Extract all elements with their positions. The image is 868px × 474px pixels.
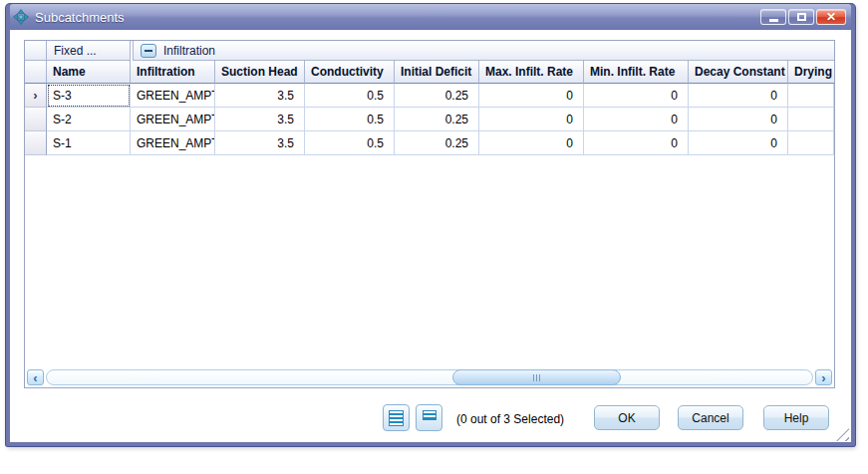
cell-conductivity[interactable]: 0.5	[305, 108, 395, 131]
title-bar[interactable]: Subcatchments ✕	[10, 4, 851, 30]
table-row: › S-3 GREEN_AMPT 3.5 0.5 0.25 0 0 0	[25, 84, 834, 108]
cell-min-infilt-rate[interactable]: 0	[584, 131, 689, 155]
cell-name[interactable]: S-3	[47, 84, 131, 108]
cell-drying-time[interactable]	[788, 108, 834, 131]
group-header-infiltration[interactable]: Infiltration	[133, 41, 834, 61]
group-header-spacer	[25, 41, 47, 61]
cell-suction-head[interactable]: 3.5	[215, 84, 305, 108]
cell-max-infilt-rate[interactable]: 0	[479, 84, 584, 108]
select-all-rows-icon	[389, 410, 404, 426]
cell-conductivity[interactable]: 0.5	[305, 131, 395, 155]
cell-infiltration[interactable]: GREEN_AMPT	[131, 131, 215, 155]
chevron-right-icon: ›	[821, 371, 825, 384]
cell-initial-deficit[interactable]: 0.25	[395, 108, 479, 131]
thumb-grip-icon	[539, 374, 540, 381]
thumb-grip-icon	[536, 374, 537, 381]
row-selector-header[interactable]	[25, 61, 47, 84]
subcatchments-table: Fixed ... Infiltration Name Infiltration…	[24, 40, 835, 388]
window-title: Subcatchments	[35, 10, 125, 25]
cell-decay-constant[interactable]: 0	[689, 131, 788, 155]
window-controls: ✕	[760, 9, 848, 25]
horizontal-scrollbar: ‹ ›	[25, 367, 834, 387]
cell-suction-head[interactable]: 3.5	[215, 131, 305, 155]
cell-drying-time[interactable]	[788, 131, 834, 155]
row-indicator-cell[interactable]	[25, 108, 47, 131]
close-icon: ✕	[826, 11, 836, 23]
column-header-initial-deficit[interactable]: Initial Deficit	[395, 61, 479, 84]
maximize-icon	[797, 13, 806, 21]
subcatchments-dialog: Subcatchments ✕ Fixed ... Infiltration N…	[6, 4, 855, 446]
minimize-button[interactable]	[760, 9, 786, 25]
row-indicator-cell[interactable]: ›	[25, 84, 47, 108]
help-button[interactable]: Help	[763, 405, 829, 430]
group-header-row: Fixed ... Infiltration	[25, 41, 834, 61]
row-indicator-cell[interactable]	[25, 131, 47, 155]
deselect-rows-icon	[423, 410, 436, 420]
minus-icon	[145, 50, 152, 52]
cell-max-infilt-rate[interactable]: 0	[479, 131, 584, 155]
scrollbar-track[interactable]	[46, 369, 813, 385]
chevron-left-icon: ‹	[33, 371, 37, 384]
table-row: S-1 GREEN_AMPT 3.5 0.5 0.25 0 0 0	[25, 131, 834, 155]
scroll-left-button[interactable]: ‹	[27, 369, 44, 385]
close-button[interactable]: ✕	[816, 9, 846, 25]
dialog-footer: (0 out of 3 Selected) OK Cancel Help	[10, 404, 851, 436]
cell-decay-constant[interactable]: 0	[689, 84, 788, 108]
column-header-name[interactable]: Name	[47, 61, 131, 84]
cell-infiltration[interactable]: GREEN_AMPT	[131, 84, 215, 108]
column-header-suction-head[interactable]: Suction Head	[215, 61, 305, 84]
deselect-all-button[interactable]	[416, 404, 442, 431]
app-icon	[13, 9, 29, 25]
cell-name[interactable]: S-1	[47, 131, 131, 155]
cancel-button[interactable]: Cancel	[678, 405, 743, 430]
group-header-infiltration-label: Infiltration	[163, 44, 215, 58]
cell-infiltration[interactable]: GREEN_AMPT	[131, 108, 215, 131]
ok-button[interactable]: OK	[594, 405, 660, 430]
cell-initial-deficit[interactable]: 0.25	[395, 131, 479, 155]
cell-conductivity[interactable]: 0.5	[305, 84, 395, 108]
table-empty-area	[25, 155, 834, 367]
select-all-button[interactable]	[383, 404, 410, 431]
minimize-icon	[769, 19, 778, 22]
scroll-right-button[interactable]: ›	[815, 369, 832, 385]
selection-status: (0 out of 3 Selected)	[456, 412, 564, 426]
column-header-row: Name Infiltration Suction Head Conductiv…	[25, 61, 834, 84]
column-header-drying-time[interactable]: Drying Ti	[788, 61, 834, 84]
column-header-conductivity[interactable]: Conductivity	[305, 61, 395, 84]
current-row-arrow-icon: ›	[33, 89, 37, 102]
cell-min-infilt-rate[interactable]: 0	[584, 84, 689, 108]
table-row: S-2 GREEN_AMPT 3.5 0.5 0.25 0 0 0	[25, 108, 834, 131]
cell-drying-time[interactable]	[788, 84, 834, 108]
column-header-infiltration[interactable]: Infiltration	[131, 61, 215, 84]
cell-name[interactable]: S-2	[47, 108, 131, 131]
column-header-min-infilt-rate[interactable]: Min. Infilt. Rate	[584, 61, 689, 84]
cell-max-infilt-rate[interactable]: 0	[479, 108, 584, 131]
scrollbar-thumb[interactable]	[452, 369, 621, 385]
column-header-decay-constant[interactable]: Decay Constant	[689, 61, 788, 84]
cell-decay-constant[interactable]: 0	[689, 108, 788, 131]
dialog-client-area: Fixed ... Infiltration Name Infiltration…	[10, 30, 851, 442]
group-header-fixed[interactable]: Fixed ...	[47, 41, 131, 61]
maximize-button[interactable]	[788, 9, 814, 25]
cell-initial-deficit[interactable]: 0.25	[395, 84, 479, 108]
collapse-group-button[interactable]	[141, 44, 156, 58]
column-header-max-infilt-rate[interactable]: Max. Infilt. Rate	[479, 61, 584, 84]
cell-min-infilt-rate[interactable]: 0	[584, 108, 689, 131]
cell-suction-head[interactable]: 3.5	[215, 108, 305, 131]
thumb-grip-icon	[533, 374, 534, 381]
